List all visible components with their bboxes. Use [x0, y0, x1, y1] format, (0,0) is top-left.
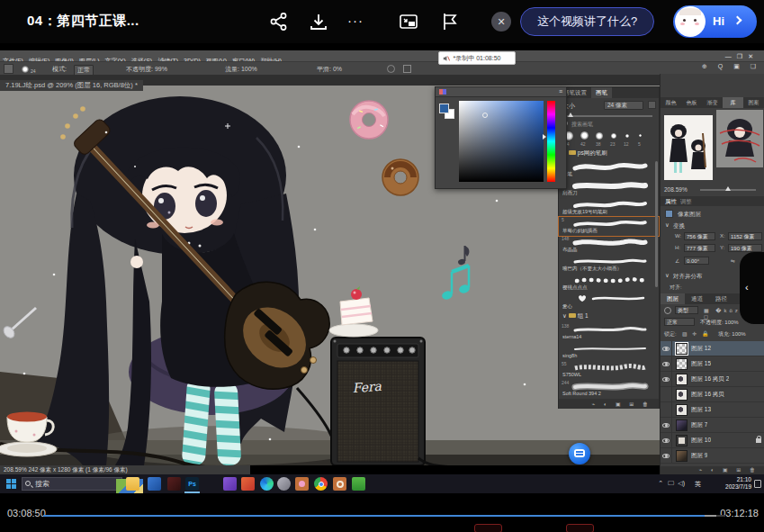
- app-icon-blue-s[interactable]: [148, 477, 161, 491]
- app-icon-green-chart[interactable]: [352, 477, 365, 491]
- tab-properties[interactable]: 属性: [665, 198, 677, 204]
- layer-thumbnail[interactable]: [676, 404, 688, 416]
- layer-thumbnail[interactable]: [676, 450, 688, 462]
- ps-window-controls[interactable]: —❐✕: [723, 51, 761, 60]
- brush-item[interactable]: 嘴巴内（不要太大小细画）: [559, 255, 659, 274]
- transform-section[interactable]: ∨ 变换: [661, 221, 764, 230]
- progress-handle[interactable]: [705, 515, 716, 517]
- visibility-toggle-empty[interactable]: [661, 387, 672, 402]
- hue-slider[interactable]: [547, 101, 555, 182]
- brush-pressure-icon[interactable]: [648, 101, 656, 109]
- layer-row[interactable]: 图层 10: [661, 433, 764, 448]
- foreground-color-swatch[interactable]: [439, 104, 449, 113]
- app-bar-icons[interactable]: ⊕ Q ▣ ❏: [702, 63, 760, 70]
- app-icon-orange-pink[interactable]: [295, 477, 309, 491]
- hue-slider-thumb[interactable]: [543, 134, 546, 140]
- chat-float-button[interactable]: [569, 443, 590, 464]
- document-tab[interactable]: 7.19LJ绘.psd @ 209% (图层 16, RGB/8位) *: [0, 80, 143, 91]
- flow-control[interactable]: 流量: 100%: [225, 65, 257, 74]
- preset-brush-dot[interactable]: [625, 134, 629, 138]
- download-icon[interactable]: [308, 11, 329, 32]
- layer-row[interactable]: 图层 15: [661, 356, 764, 372]
- brush-item-selected[interactable]: 5草莓の妈妈插画: [559, 217, 659, 236]
- brush-group-2[interactable]: ∨组 1: [559, 312, 659, 321]
- brush-panel-footer-icons[interactable]: ⌁ ◐ ▣ ⊞ 🗑: [559, 399, 659, 409]
- layer-thumbnail[interactable]: [676, 389, 688, 401]
- brush-size-slider-thumb[interactable]: [568, 113, 573, 117]
- brush-list-scrollbar[interactable]: [655, 161, 658, 287]
- brush-size-value[interactable]: 24 像素: [604, 101, 643, 110]
- reference-thumbnail-1[interactable]: [664, 115, 713, 180]
- tab-brushes[interactable]: 画笔: [591, 87, 612, 98]
- lock-icons[interactable]: ▨ ✛ 🔒: [682, 330, 711, 337]
- smoothing-control[interactable]: 平滑: 0%: [317, 65, 342, 74]
- ai-question-button[interactable]: 这个视频讲了什么?: [520, 7, 654, 36]
- angle-value[interactable]: 0.00°: [684, 257, 709, 265]
- layer-thumbnail[interactable]: [676, 374, 688, 385]
- brush-item[interactable]: 148布晶晶: [559, 236, 659, 255]
- filter-type-select[interactable]: 类型: [675, 306, 698, 314]
- brush-item[interactable]: 爱心: [559, 293, 659, 311]
- layer-row[interactable]: 图层 16 拷贝 2: [661, 372, 764, 387]
- layer-row[interactable]: 图层 16 拷贝: [661, 387, 764, 402]
- visibility-eye-icon[interactable]: [662, 362, 670, 366]
- brush-tip-icon[interactable]: [22, 66, 29, 73]
- layer-opacity-control[interactable]: 不透明度: 100%: [700, 319, 739, 327]
- h-value[interactable]: 777 像素: [684, 244, 715, 252]
- zoom-slider-thumb[interactable]: [725, 186, 731, 191]
- visibility-eye-icon[interactable]: [662, 377, 670, 382]
- preset-brush-dot[interactable]: [639, 134, 642, 137]
- panel-menu-icon[interactable]: ≡: [559, 88, 562, 95]
- tray-volume-icon[interactable]: ◁): [678, 480, 685, 487]
- pressure-icon[interactable]: [403, 65, 411, 73]
- clip-icon[interactable]: [439, 11, 461, 32]
- brush-item[interactable]: 超级无敌19号码笔刷: [559, 198, 659, 217]
- visibility-toggle-empty[interactable]: [661, 402, 672, 418]
- layer-row[interactable]: 图层 7: [661, 418, 764, 433]
- x-value[interactable]: 1152 像素: [728, 232, 762, 240]
- tab-channels[interactable]: 通道: [685, 293, 709, 304]
- more-icon[interactable]: ···: [347, 13, 369, 34]
- taskbar-search-box[interactable]: 搜索: [22, 477, 122, 491]
- tray-display-icon[interactable]: 🖵: [668, 480, 674, 487]
- edge-browser-icon[interactable]: [260, 477, 274, 491]
- brush-group-1[interactable]: ∨ps网的笔刷: [559, 149, 659, 158]
- brush-item[interactable]: 樱桃点点点: [559, 274, 659, 293]
- ime-indicator[interactable]: 英: [695, 480, 701, 489]
- fill-control[interactable]: 填充: 100%: [718, 330, 746, 338]
- preset-brush-dot[interactable]: [611, 133, 616, 139]
- layer-thumbnail[interactable]: [676, 358, 688, 370]
- visibility-eye-icon[interactable]: [662, 347, 670, 351]
- tab-patterns[interactable]: 图案: [743, 97, 764, 108]
- foreground-background-swatches[interactable]: [439, 104, 455, 120]
- side-drawer-handle[interactable]: ‹: [740, 252, 764, 324]
- tab-color[interactable]: 颜色: [661, 97, 681, 108]
- color-panel-header[interactable]: ≡: [436, 87, 566, 97]
- brush-item[interactable]: 铅笔: [559, 160, 659, 179]
- layer-row[interactable]: 图层 13: [661, 402, 764, 418]
- tab-libraries[interactable]: 库: [723, 97, 743, 108]
- tab-adjustments[interactable]: 调整: [680, 198, 692, 204]
- tab-paths[interactable]: 路径: [709, 293, 733, 304]
- brush-search-row[interactable]: 搜索画笔: [559, 120, 659, 129]
- tab-layers[interactable]: 图层: [661, 293, 685, 304]
- brush-item[interactable]: 刮画刀: [559, 179, 659, 198]
- visibility-eye-icon[interactable]: [662, 423, 670, 428]
- visibility-eye-icon[interactable]: [662, 438, 670, 443]
- photoshop-taskbar-icon[interactable]: Ps: [185, 477, 199, 491]
- restore-icon[interactable]: ❐: [737, 53, 748, 59]
- brush-item[interactable]: 55S750WL: [559, 361, 659, 380]
- tab-swatches[interactable]: 色板: [681, 97, 702, 108]
- brush-item[interactable]: sing8h: [559, 342, 659, 361]
- window-close-icon[interactable]: ✕: [748, 53, 759, 59]
- taskbar-clock[interactable]: 21:10 2023/7/19: [725, 476, 751, 491]
- tool-preset-icon[interactable]: [4, 64, 13, 74]
- preset-brush-dot[interactable]: [596, 132, 603, 140]
- tab-gradients[interactable]: 渐变: [702, 97, 723, 108]
- reference-thumbnail-2[interactable]: [716, 110, 763, 167]
- layer-thumbnail[interactable]: [676, 419, 688, 431]
- minimize-icon[interactable]: —: [725, 53, 737, 59]
- airbrush-icon[interactable]: [387, 65, 395, 73]
- windows-start-icon[interactable]: [6, 479, 16, 489]
- progress-track[interactable]: [43, 515, 725, 517]
